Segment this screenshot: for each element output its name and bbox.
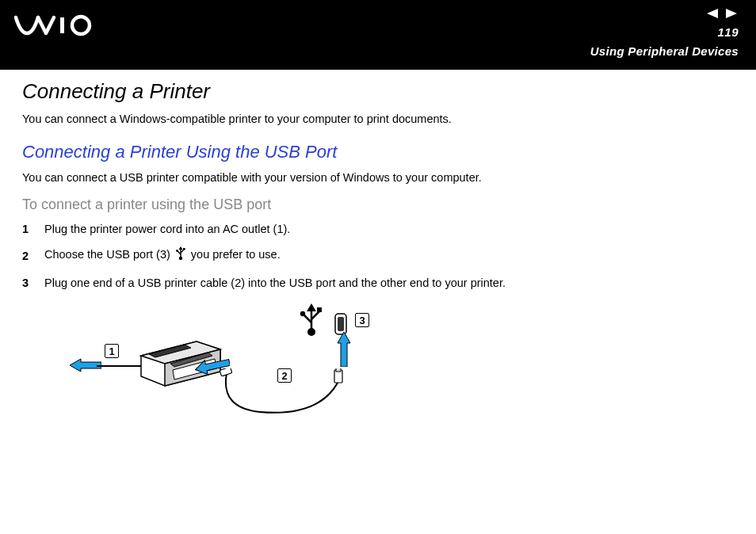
svg-rect-24 bbox=[317, 307, 322, 312]
svg-rect-17 bbox=[220, 368, 232, 376]
step-text-before: Choose the USB port (3) bbox=[44, 249, 174, 261]
step-number: 2 bbox=[22, 248, 44, 264]
nav-prev-icon[interactable] bbox=[705, 8, 720, 19]
svg-marker-6 bbox=[178, 246, 182, 250]
svg-rect-0 bbox=[60, 17, 64, 33]
svg-point-23 bbox=[300, 311, 305, 316]
intro-text: You can connect a Windows-compatible pri… bbox=[22, 112, 734, 128]
svg-marker-27 bbox=[338, 332, 350, 367]
svg-marker-2 bbox=[707, 9, 718, 18]
header-bar: 119 Using Peripheral Devices bbox=[0, 0, 756, 70]
callout-label-2: 2 bbox=[277, 368, 292, 383]
nav-next-icon[interactable] bbox=[724, 8, 739, 19]
step-item: 1 Plug the printer power cord into an AC… bbox=[22, 221, 734, 237]
usb-icon bbox=[175, 246, 186, 265]
svg-marker-22 bbox=[307, 303, 316, 311]
nav-arrows bbox=[705, 8, 739, 19]
step-text: Plug one end of a USB printer cable (2) … bbox=[44, 275, 734, 291]
content-area: Connecting a Printer You can connect a W… bbox=[0, 70, 756, 427]
step-item: 2 Choose the USB port (3) you prefer to … bbox=[22, 246, 734, 265]
svg-marker-3 bbox=[726, 9, 737, 18]
step-text: Choose the USB port (3) you prefer to us… bbox=[44, 246, 734, 265]
step-item: 3 Plug one end of a USB printer cable (2… bbox=[22, 275, 734, 291]
step-number: 1 bbox=[22, 221, 44, 237]
svg-rect-8 bbox=[183, 248, 185, 250]
sub-intro: You can connect a USB printer compatible… bbox=[22, 170, 734, 186]
usb-symbol-icon bbox=[298, 303, 325, 337]
svg-rect-19 bbox=[336, 368, 341, 372]
callout-label-1: 1 bbox=[105, 344, 119, 358]
step-number: 3 bbox=[22, 275, 44, 291]
callout-label-3: 3 bbox=[355, 313, 369, 327]
connection-diagram: 1 2 bbox=[70, 300, 387, 427]
page-number: 119 bbox=[717, 25, 739, 39]
svg-rect-26 bbox=[338, 317, 344, 331]
svg-point-1 bbox=[72, 17, 90, 34]
step-text-after: you prefer to use. bbox=[191, 249, 281, 261]
sub-heading: Connecting a Printer Using the USB Port bbox=[22, 142, 734, 162]
vaio-logo bbox=[14, 14, 101, 40]
procedure-heading: To connect a printer using the USB port bbox=[22, 196, 734, 213]
svg-point-7 bbox=[176, 250, 178, 253]
step-text: Plug the printer power cord into an AC o… bbox=[44, 221, 734, 237]
section-name: Using Peripheral Devices bbox=[590, 44, 739, 58]
main-heading: Connecting a Printer bbox=[22, 79, 734, 104]
arrow-icon bbox=[336, 332, 352, 367]
step-list: 1 Plug the printer power cord into an AC… bbox=[22, 221, 734, 291]
